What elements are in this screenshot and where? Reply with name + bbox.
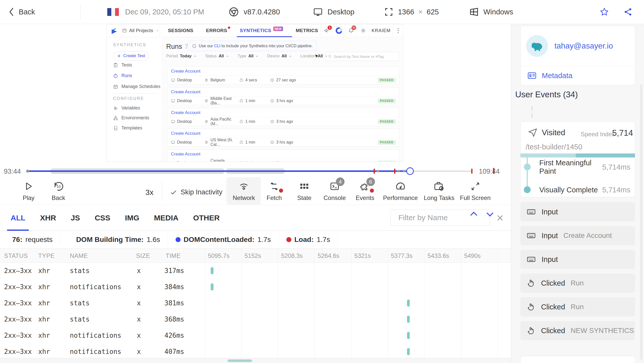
- network-request-row[interactable]: 2xx–3xx xhr notifications x 384ms: [0, 279, 511, 295]
- runs-search-input[interactable]: [332, 54, 399, 59]
- notifications-button[interactable]: 33: [345, 24, 357, 37]
- run-card[interactable]: Create Account Desktop US West (N. Cal..…: [167, 129, 399, 147]
- panel-button-network[interactable]: Network: [233, 180, 255, 201]
- waterfall-tick: 5208.3s: [281, 252, 303, 259]
- cli-info-banner: Use our CLI to include your Synthetics i…: [188, 41, 317, 51]
- user-event-card[interactable]: Clicked NEW SYNTHETICS: [520, 321, 635, 340]
- hand-pointer-icon: [526, 326, 535, 335]
- network-filter-tab[interactable]: ALL: [11, 205, 25, 231]
- more-menu-button[interactable]: [393, 24, 403, 37]
- sidebar-item-variables[interactable]: Variables: [113, 105, 140, 111]
- panel-button-fetch[interactable]: Fetch: [267, 180, 282, 201]
- error-event-marker[interactable]: [374, 169, 375, 174]
- run-location: Asia Pacific (M...: [204, 117, 239, 126]
- fullscreen-button[interactable]: Full Screen: [460, 180, 490, 201]
- network-request-row[interactable]: 2xx–3xx xhr stats x 381ms: [0, 295, 511, 311]
- network-stat: DOMContentLoaded: 1.7s: [168, 234, 279, 245]
- jump-down-icon[interactable]: [485, 209, 495, 219]
- error-event-marker[interactable]: [471, 169, 473, 174]
- event-dot[interactable]: [397, 170, 400, 172]
- playhead-handle[interactable]: [406, 167, 414, 175]
- share-icon[interactable]: [623, 7, 633, 17]
- network-filter-tab[interactable]: MEDIA: [154, 205, 179, 231]
- network-request-row[interactable]: 2xx–3xx xhr stats x 317ms: [0, 263, 511, 279]
- panel-button-console[interactable]: 4 Console: [324, 180, 346, 201]
- network-request-row[interactable]: 2xx–3xx xhr stats x 368ms: [0, 311, 511, 327]
- tab-synthetics[interactable]: SYNTHETICS NEW: [240, 24, 283, 37]
- tab-sessions[interactable]: SESSIONS: [168, 24, 193, 37]
- network-filter-tab[interactable]: OTHER: [193, 205, 220, 231]
- scrollbar-thumb[interactable]: [228, 359, 252, 362]
- user-event-card[interactable]: Input Create Account: [520, 226, 635, 245]
- cli-link[interactable]: CLI: [214, 44, 220, 48]
- user-email-link[interactable]: tahay@asayer.io: [554, 41, 613, 51]
- play-button[interactable]: Play: [23, 180, 35, 201]
- back-button[interactable]: Back: [8, 8, 35, 16]
- settings-button[interactable]: [357, 24, 369, 37]
- panel-button-state[interactable]: State: [297, 180, 311, 201]
- tab-errors[interactable]: ERRORS: [206, 24, 227, 37]
- network-request-row[interactable]: 2xx–3xx xhr notifications x 426ms: [0, 327, 511, 344]
- browser-version: v87.0.4280: [244, 8, 280, 16]
- user-menu[interactable]: KRAIEM: [369, 24, 393, 37]
- panel-button-events[interactable]: 6 Events: [356, 180, 374, 201]
- create-test-button[interactable]: Create Test: [113, 51, 149, 60]
- run-title-link[interactable]: Create Account: [167, 150, 399, 159]
- run-title-link[interactable]: Create Account: [167, 129, 399, 138]
- run-filter-dropdown[interactable]: Status All: [205, 54, 229, 58]
- close-panel-icon[interactable]: [495, 213, 505, 223]
- sidebar-item-manage-schedules[interactable]: Manage Schedules: [113, 84, 160, 89]
- panel-button-long-tasks[interactable]: Long Tasks: [424, 180, 455, 201]
- skip-inactivity-toggle[interactable]: Skip Inactivity: [170, 188, 222, 196]
- sidebar-item-tests[interactable]: Tests: [113, 62, 132, 68]
- column-name: NAME: [70, 252, 88, 259]
- network-filter-tab[interactable]: IMG: [125, 205, 139, 231]
- run-card[interactable]: Create Account Desktop Asia Pacific (M..…: [167, 108, 399, 126]
- run-title-link[interactable]: Create Account: [167, 87, 399, 97]
- network-filter-tab[interactable]: CSS: [95, 205, 110, 231]
- user-event-card[interactable]: Input: [520, 250, 635, 269]
- back-10s-button[interactable]: 10 Back: [52, 180, 65, 201]
- sidebar-item-environments[interactable]: Environments: [113, 115, 149, 121]
- network-filter-tab[interactable]: XHR: [40, 205, 56, 231]
- run-title-link[interactable]: Create Account: [167, 108, 399, 117]
- sidebar-item-runs[interactable]: Runs: [113, 73, 132, 78]
- user-event-card[interactable]: Clicked Run: [520, 297, 635, 316]
- replayed-sidebar: SYNTHETICS Create Test Tests Runs Manage…: [107, 37, 162, 162]
- metadata-button[interactable]: Metadata: [521, 66, 635, 85]
- run-filter-dropdown[interactable]: Type All: [238, 54, 259, 58]
- jump-up-icon[interactable]: [468, 209, 479, 219]
- error-event-marker[interactable]: [394, 169, 395, 174]
- runs-search-box[interactable]: [325, 52, 399, 61]
- event-dot[interactable]: [403, 170, 405, 172]
- sidebar-scrollbar[interactable]: [640, 84, 642, 360]
- project-selector[interactable]: All Projects: [121, 24, 160, 37]
- console-count-badge: 4: [336, 177, 345, 186]
- waterfall-tick: 5433.6s: [427, 252, 449, 259]
- run-card[interactable]: Create Account Desktop Middle East (Ba..…: [167, 87, 399, 105]
- user-event-card[interactable]: Input: [520, 202, 635, 221]
- replayed-nav-bar: All Projects SESSIONS ERRORS SYNTHETICS …: [107, 24, 403, 37]
- tab-metrics[interactable]: METRICS: [296, 24, 318, 37]
- run-title-link[interactable]: Create Account: [167, 67, 399, 76]
- run-card[interactable]: Create Account Desktop Canada (Central): [167, 149, 399, 162]
- announcements-button[interactable]: 1: [320, 24, 333, 37]
- run-filter-dropdown[interactable]: Device All: [267, 54, 292, 58]
- panel-button-performance[interactable]: Performance: [383, 180, 418, 201]
- metric-row-visually-complete: Visually Complete 5,714ms: [539, 185, 630, 194]
- run-filter-dropdown[interactable]: Period Today: [166, 54, 197, 58]
- visited-event-card[interactable]: Visited Speed Index 5,714 /test-builder/…: [520, 121, 635, 197]
- run-card[interactable]: Create Account Desktop Belgium: [167, 66, 399, 84]
- user-event-card[interactable]: Clicked Run: [520, 274, 635, 293]
- chevron-down-icon: [289, 55, 292, 58]
- check-icon: [170, 189, 177, 196]
- favorite-star-icon[interactable]: [599, 7, 609, 17]
- network-filter-tab[interactable]: JS: [71, 205, 80, 231]
- hand-pointer-icon: [526, 302, 535, 311]
- sidebar-item-templates[interactable]: Templates: [113, 125, 142, 131]
- events-count-badge: 6: [366, 177, 375, 186]
- next-event-card-partial: [520, 356, 635, 363]
- network-request-row[interactable]: 2xx–3xx xhr notifications x 407ms: [0, 344, 511, 360]
- playback-speed-button[interactable]: 3x: [145, 188, 154, 197]
- event-dot[interactable]: [377, 170, 379, 172]
